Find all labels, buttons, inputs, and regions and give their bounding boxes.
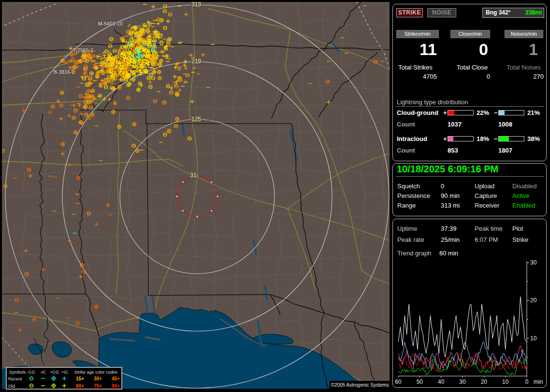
dist-pos-pct: 22% [477, 109, 489, 116]
strike-indicator[interactable]: STRIKE [396, 8, 423, 17]
status-label-1: Persistence [397, 192, 430, 199]
svg-text:20: 20 [481, 378, 488, 385]
status-value-1: 90 min [441, 192, 460, 199]
dist-pos-count: 853 [448, 147, 458, 154]
noises-per-min-label[interactable]: Noises/min [505, 30, 543, 38]
svg-text:30: 30 [459, 378, 466, 385]
total-strikes-value: 4705 [396, 73, 437, 80]
svg-text:10: 10 [502, 378, 509, 385]
storm-cell-check-icon: ✓ [127, 23, 131, 28]
ring-distance-label: 219 [191, 58, 201, 65]
total-noises-value: 270 [503, 73, 544, 80]
total-close-label: Total Close [457, 64, 488, 71]
total-close-value: 0 [450, 73, 490, 80]
bearing-range-value: 238mi [525, 8, 542, 17]
status-label-2: Upload [475, 182, 494, 190]
dist-pos-pct: 18% [477, 135, 489, 142]
status-value-1: 0 [441, 182, 444, 190]
dist-row-label: Intracloud [397, 135, 427, 142]
trend-graph: 1020306050403020100min [393, 219, 546, 387]
strike-symbols [2, 4, 384, 332]
svg-text:0: 0 [525, 378, 529, 385]
noise-indicator[interactable]: NOISE [427, 8, 456, 17]
close-per-min-value: 0 [450, 41, 488, 57]
total-strikes-label: Total Strikes [398, 64, 433, 71]
svg-text:30+: 30+ [94, 376, 102, 381]
symbol-legend: Symbols -CG -IC +CG +IC Strike age color… [6, 367, 122, 390]
dist-neg-bar [498, 110, 524, 115]
strikes-per-min-label[interactable]: Strikes/min [396, 30, 439, 38]
svg-text:60: 60 [395, 378, 402, 385]
storm-cell-label: T-2565-2 [73, 47, 93, 53]
status-label-2: Capture [475, 192, 497, 199]
status-value-2: Enabled [512, 202, 536, 209]
status-value-1: 313 mi [441, 202, 460, 209]
dist-neg-count: 1008 [498, 121, 512, 128]
svg-text:10: 10 [530, 335, 537, 342]
svg-text:20: 20 [530, 297, 537, 304]
bearing-value: Bng 342° [486, 8, 510, 17]
noises-per-min-value: 1 [497, 41, 538, 57]
status-value-2: Active [512, 192, 529, 199]
dist-pos-sign: + [443, 109, 447, 116]
ring-distance-label: 313 [191, 2, 201, 8]
svg-text:90+: 90+ [112, 383, 120, 389]
datetime-display: 10/18/2025 6:09:16 PM [397, 164, 498, 175]
svg-text:min: min [534, 378, 543, 385]
svg-text:60+: 60+ [76, 383, 84, 389]
strike-stats-panel: STRIKE NOISE Bng 342° 238mi Strikes/min … [392, 4, 547, 161]
status-label-1: Squelch [397, 182, 420, 190]
copyright-text: ©2005 Astrogenic Systems [330, 381, 390, 390]
svg-text:40: 40 [438, 378, 445, 385]
status-label-2: Receiver [475, 202, 499, 209]
dist-neg-sign: − [494, 109, 498, 116]
dist-neg-bar [498, 136, 524, 141]
svg-text:75+: 75+ [94, 383, 102, 389]
dist-pos-sign: + [443, 135, 447, 142]
ring-distance-label: 125 [191, 116, 201, 123]
datetime-divider [396, 176, 544, 177]
session-trend-panel: Uptime37:39Peak timePlotPeak rate25/min6… [392, 219, 547, 388]
storm-cell-label: M-5401-10 [98, 21, 123, 27]
ring-distance-labels: 31321912531 [190, 2, 201, 179]
total-noises-label: Total Noises [507, 64, 541, 71]
svg-text:15+: 15+ [76, 376, 84, 381]
dist-neg-sign: − [494, 135, 498, 142]
storm-cell-label: B-3816-1 [54, 69, 74, 75]
lightning-map[interactable]: 31321912531 M-5401-10✓T-2565-2✓B-3816-1✓ [2, 2, 390, 389]
dist-count-label: Count [397, 121, 415, 128]
status-panel: 10/18/2025 6:09:16 PM Squelch0UploadDisa… [392, 163, 547, 216]
dist-neg-pct: 38% [527, 135, 540, 142]
storm-cell-check-icon: ✓ [83, 71, 87, 76]
distribution-divider [396, 106, 544, 107]
strikes-per-min-value: 11 [396, 41, 437, 57]
status-label-1: Range [397, 202, 416, 209]
status-value-2: Disabled [512, 182, 537, 190]
svg-text:45+: 45+ [112, 376, 120, 381]
close-per-min-label[interactable]: Close/min [450, 30, 490, 38]
dist-neg-count: 1807 [498, 147, 512, 154]
ring-distance-label: 31 [190, 172, 197, 179]
dist-count-label: Count [397, 147, 415, 154]
dist-neg-pct: 21% [527, 109, 540, 116]
svg-text:30: 30 [530, 259, 537, 266]
distribution-title: Lightning type distribution [397, 98, 468, 106]
storm-cell-check-icon: ✓ [102, 49, 106, 55]
dist-pos-bar [448, 110, 474, 115]
dist-pos-bar [448, 136, 474, 141]
dist-pos-count: 1037 [448, 121, 462, 128]
dist-row-label: Cloud-ground [397, 109, 438, 116]
svg-text:50: 50 [417, 378, 423, 385]
